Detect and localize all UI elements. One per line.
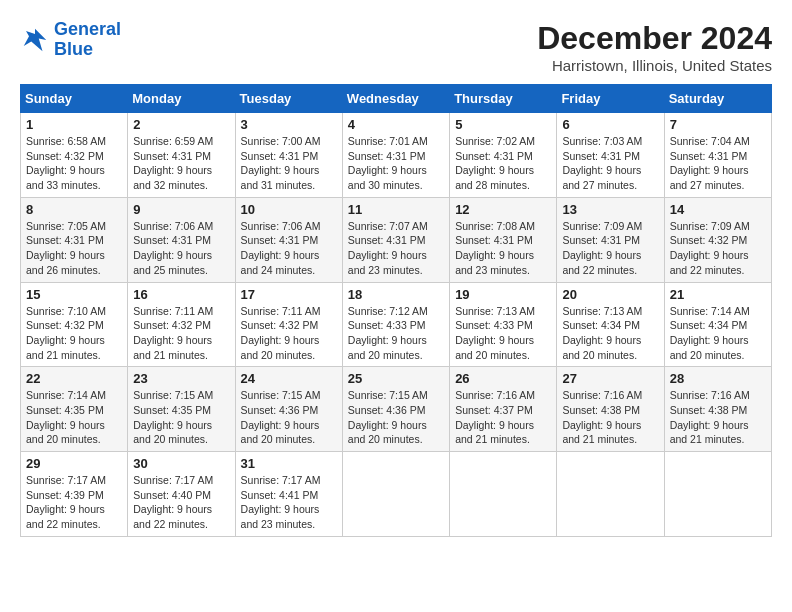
calendar-day-cell: 14Sunrise: 7:09 AM Sunset: 4:32 PM Dayli… [664,197,771,282]
day-info: Sunrise: 7:06 AM Sunset: 4:31 PM Dayligh… [133,219,229,278]
day-number: 29 [26,456,122,471]
calendar-weekday-header: Wednesday [342,85,449,113]
day-number: 27 [562,371,658,386]
page-subtitle: Harristown, Illinois, United States [537,57,772,74]
calendar-day-cell: 28Sunrise: 7:16 AM Sunset: 4:38 PM Dayli… [664,367,771,452]
day-number: 23 [133,371,229,386]
day-number: 24 [241,371,337,386]
calendar-day-cell: 16Sunrise: 7:11 AM Sunset: 4:32 PM Dayli… [128,282,235,367]
calendar-weekday-header: Thursday [450,85,557,113]
title-area: December 2024 Harristown, Illinois, Unit… [537,20,772,74]
day-number: 11 [348,202,444,217]
calendar-day-cell [664,452,771,537]
logo: General Blue [20,20,121,60]
day-info: Sunrise: 7:16 AM Sunset: 4:37 PM Dayligh… [455,388,551,447]
day-number: 7 [670,117,766,132]
day-info: Sunrise: 7:17 AM Sunset: 4:39 PM Dayligh… [26,473,122,532]
day-info: Sunrise: 7:02 AM Sunset: 4:31 PM Dayligh… [455,134,551,193]
day-info: Sunrise: 7:12 AM Sunset: 4:33 PM Dayligh… [348,304,444,363]
calendar-day-cell: 1Sunrise: 6:58 AM Sunset: 4:32 PM Daylig… [21,113,128,198]
calendar-day-cell [342,452,449,537]
day-number: 5 [455,117,551,132]
header: General Blue December 2024 Harristown, I… [20,20,772,74]
calendar-day-cell: 6Sunrise: 7:03 AM Sunset: 4:31 PM Daylig… [557,113,664,198]
day-number: 3 [241,117,337,132]
calendar-day-cell: 11Sunrise: 7:07 AM Sunset: 4:31 PM Dayli… [342,197,449,282]
day-info: Sunrise: 7:00 AM Sunset: 4:31 PM Dayligh… [241,134,337,193]
day-number: 1 [26,117,122,132]
day-info: Sunrise: 7:14 AM Sunset: 4:35 PM Dayligh… [26,388,122,447]
calendar-day-cell: 5Sunrise: 7:02 AM Sunset: 4:31 PM Daylig… [450,113,557,198]
day-number: 20 [562,287,658,302]
day-info: Sunrise: 7:10 AM Sunset: 4:32 PM Dayligh… [26,304,122,363]
calendar-weekday-header: Sunday [21,85,128,113]
day-number: 10 [241,202,337,217]
calendar-day-cell: 29Sunrise: 7:17 AM Sunset: 4:39 PM Dayli… [21,452,128,537]
calendar-day-cell: 2Sunrise: 6:59 AM Sunset: 4:31 PM Daylig… [128,113,235,198]
day-number: 17 [241,287,337,302]
day-info: Sunrise: 7:17 AM Sunset: 4:41 PM Dayligh… [241,473,337,532]
calendar-day-cell: 30Sunrise: 7:17 AM Sunset: 4:40 PM Dayli… [128,452,235,537]
calendar-day-cell: 25Sunrise: 7:15 AM Sunset: 4:36 PM Dayli… [342,367,449,452]
day-info: Sunrise: 7:14 AM Sunset: 4:34 PM Dayligh… [670,304,766,363]
day-info: Sunrise: 7:16 AM Sunset: 4:38 PM Dayligh… [562,388,658,447]
day-info: Sunrise: 6:59 AM Sunset: 4:31 PM Dayligh… [133,134,229,193]
calendar-weekday-header: Saturday [664,85,771,113]
calendar-day-cell: 10Sunrise: 7:06 AM Sunset: 4:31 PM Dayli… [235,197,342,282]
day-number: 31 [241,456,337,471]
calendar-header-row: SundayMondayTuesdayWednesdayThursdayFrid… [21,85,772,113]
page-title: December 2024 [537,20,772,57]
logo-text: General Blue [54,20,121,60]
day-number: 22 [26,371,122,386]
day-number: 2 [133,117,229,132]
day-info: Sunrise: 7:06 AM Sunset: 4:31 PM Dayligh… [241,219,337,278]
day-number: 12 [455,202,551,217]
day-number: 21 [670,287,766,302]
calendar-weekday-header: Tuesday [235,85,342,113]
day-number: 16 [133,287,229,302]
calendar-day-cell: 19Sunrise: 7:13 AM Sunset: 4:33 PM Dayli… [450,282,557,367]
calendar-day-cell: 3Sunrise: 7:00 AM Sunset: 4:31 PM Daylig… [235,113,342,198]
calendar-day-cell: 18Sunrise: 7:12 AM Sunset: 4:33 PM Dayli… [342,282,449,367]
day-info: Sunrise: 7:15 AM Sunset: 4:35 PM Dayligh… [133,388,229,447]
calendar-week-row: 1Sunrise: 6:58 AM Sunset: 4:32 PM Daylig… [21,113,772,198]
day-info: Sunrise: 7:16 AM Sunset: 4:38 PM Dayligh… [670,388,766,447]
calendar-day-cell: 22Sunrise: 7:14 AM Sunset: 4:35 PM Dayli… [21,367,128,452]
day-number: 14 [670,202,766,217]
day-info: Sunrise: 7:07 AM Sunset: 4:31 PM Dayligh… [348,219,444,278]
day-number: 15 [26,287,122,302]
calendar-day-cell: 27Sunrise: 7:16 AM Sunset: 4:38 PM Dayli… [557,367,664,452]
day-info: Sunrise: 7:05 AM Sunset: 4:31 PM Dayligh… [26,219,122,278]
calendar-day-cell [450,452,557,537]
day-info: Sunrise: 7:13 AM Sunset: 4:34 PM Dayligh… [562,304,658,363]
day-info: Sunrise: 7:15 AM Sunset: 4:36 PM Dayligh… [241,388,337,447]
day-number: 18 [348,287,444,302]
calendar-week-row: 8Sunrise: 7:05 AM Sunset: 4:31 PM Daylig… [21,197,772,282]
day-number: 25 [348,371,444,386]
svg-marker-0 [24,29,47,52]
calendar-table: SundayMondayTuesdayWednesdayThursdayFrid… [20,84,772,537]
day-info: Sunrise: 7:11 AM Sunset: 4:32 PM Dayligh… [241,304,337,363]
calendar-day-cell: 13Sunrise: 7:09 AM Sunset: 4:31 PM Dayli… [557,197,664,282]
logo-icon [20,25,50,55]
day-number: 28 [670,371,766,386]
day-info: Sunrise: 7:08 AM Sunset: 4:31 PM Dayligh… [455,219,551,278]
calendar-day-cell: 24Sunrise: 7:15 AM Sunset: 4:36 PM Dayli… [235,367,342,452]
day-info: Sunrise: 6:58 AM Sunset: 4:32 PM Dayligh… [26,134,122,193]
day-info: Sunrise: 7:15 AM Sunset: 4:36 PM Dayligh… [348,388,444,447]
calendar-day-cell: 8Sunrise: 7:05 AM Sunset: 4:31 PM Daylig… [21,197,128,282]
day-number: 30 [133,456,229,471]
day-number: 19 [455,287,551,302]
calendar-week-row: 15Sunrise: 7:10 AM Sunset: 4:32 PM Dayli… [21,282,772,367]
day-number: 6 [562,117,658,132]
day-info: Sunrise: 7:03 AM Sunset: 4:31 PM Dayligh… [562,134,658,193]
day-number: 9 [133,202,229,217]
calendar-weekday-header: Monday [128,85,235,113]
day-number: 26 [455,371,551,386]
calendar-day-cell: 20Sunrise: 7:13 AM Sunset: 4:34 PM Dayli… [557,282,664,367]
calendar-day-cell: 4Sunrise: 7:01 AM Sunset: 4:31 PM Daylig… [342,113,449,198]
calendar-day-cell: 31Sunrise: 7:17 AM Sunset: 4:41 PM Dayli… [235,452,342,537]
calendar-day-cell: 26Sunrise: 7:16 AM Sunset: 4:37 PM Dayli… [450,367,557,452]
calendar-day-cell: 23Sunrise: 7:15 AM Sunset: 4:35 PM Dayli… [128,367,235,452]
day-info: Sunrise: 7:04 AM Sunset: 4:31 PM Dayligh… [670,134,766,193]
